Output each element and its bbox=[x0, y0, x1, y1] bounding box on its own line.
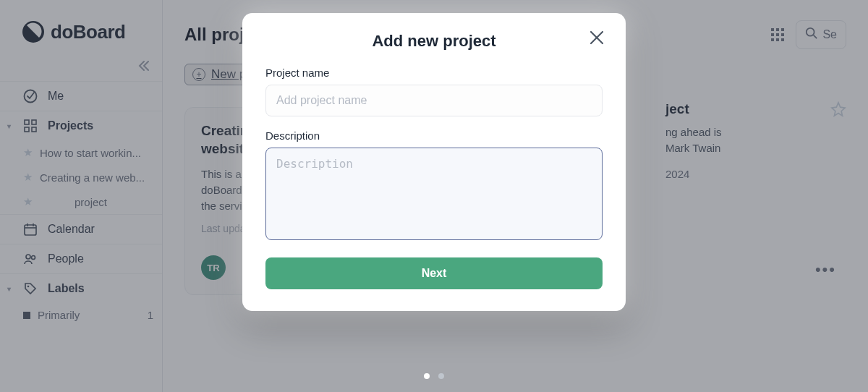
dot-active bbox=[424, 373, 430, 379]
modal-title: Add new project bbox=[265, 32, 603, 51]
dot bbox=[438, 373, 444, 379]
project-name-label: Project name bbox=[265, 67, 603, 79]
description-label: Description bbox=[265, 129, 603, 142]
add-project-modal: Add new project Project name Description… bbox=[242, 13, 626, 311]
pagination-dots bbox=[424, 373, 444, 379]
close-icon[interactable] bbox=[588, 29, 607, 48]
next-button[interactable]: Next bbox=[265, 257, 603, 289]
description-input[interactable] bbox=[265, 148, 603, 240]
project-name-input[interactable] bbox=[265, 85, 603, 116]
modal-overlay: Add new project Project name Description… bbox=[0, 0, 868, 392]
